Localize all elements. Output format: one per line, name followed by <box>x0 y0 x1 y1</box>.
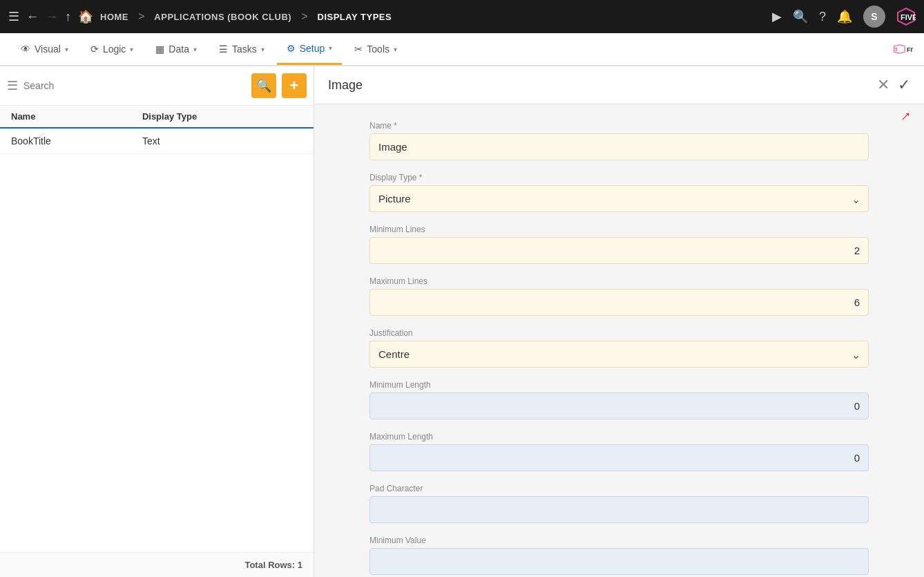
nav-logic[interactable]: ⟳ Logic ▾ <box>81 33 143 65</box>
visual-icon: 👁 <box>21 44 30 55</box>
display-type-select-wrapper: Picture Text Number Date ⌄ <box>369 185 869 212</box>
field-name-label: Name * <box>369 121 869 131</box>
top-right-icons: ▶ 🔍 ? 🔔 S FIVE <box>772 6 916 28</box>
filter-icon[interactable]: ☰ <box>7 78 18 93</box>
display-type-select[interactable]: Picture Text Number Date <box>369 185 869 212</box>
field-name: Name * <box>369 121 869 160</box>
search-bar: ☰ 🔍 + <box>0 66 314 106</box>
setup-icon: ⚙ <box>287 43 296 54</box>
close-button[interactable]: ✕ <box>877 76 889 94</box>
data-arrow: ▾ <box>193 46 197 53</box>
right-panel: Image ✕ ✓ → Name * Display Type * Pictur… <box>314 66 924 577</box>
tasks-arrow: ▾ <box>261 46 264 53</box>
column-type-header: Display Type <box>142 111 302 122</box>
table-row[interactable]: BookTitle Text <box>0 129 314 154</box>
logic-label: Logic <box>103 44 126 55</box>
search-magnifier-icon: 🔍 <box>256 78 271 93</box>
field-minimum-length-label: Minimum Length <box>369 380 869 390</box>
user-avatar[interactable]: S <box>863 6 885 28</box>
field-display-type-label: Display Type * <box>369 173 869 182</box>
maximum-lines-input[interactable] <box>369 289 869 316</box>
field-display-type: Display Type * Picture Text Number Date … <box>369 173 869 212</box>
nav-data[interactable]: ▦ Data ▾ <box>146 33 206 65</box>
five-logo: FIVE <box>896 7 916 26</box>
visual-arrow: ▾ <box>65 46 68 53</box>
visual-label: Visual <box>35 44 61 55</box>
second-navigation: 👁 Visual ▾ ⟳ Logic ▾ ▦ Data ▾ ☰ Tasks ▾ … <box>0 33 924 66</box>
field-minimum-value: Minimum Value <box>369 536 869 575</box>
minimum-value-input[interactable] <box>369 548 869 575</box>
five-brand-logo: FIVE 5 <box>894 39 913 59</box>
justification-select[interactable]: Centre Left Right <box>369 341 869 368</box>
breadcrumb-app[interactable]: APPLICATIONS (BOOK CLUB) <box>154 12 291 22</box>
bell-icon[interactable]: 🔔 <box>837 9 852 24</box>
form-actions: ✕ ✓ <box>877 76 910 94</box>
field-maximum-length: Maximum Length <box>369 432 869 471</box>
help-icon[interactable]: ? <box>819 10 826 24</box>
name-input[interactable] <box>369 133 869 160</box>
form-header: Image ✕ ✓ <box>314 66 924 104</box>
breadcrumb-home[interactable]: HOME <box>100 12 128 22</box>
nav-tasks[interactable]: ☰ Tasks ▾ <box>209 33 274 65</box>
field-maximum-length-label: Maximum Length <box>369 432 869 442</box>
form-title: Image <box>328 78 363 93</box>
field-minimum-length: Minimum Length <box>369 380 869 419</box>
minimum-length-input[interactable] <box>369 392 869 419</box>
tasks-label: Tasks <box>232 44 257 55</box>
field-justification: Justification Centre Left Right ⌄ <box>369 328 869 368</box>
setup-label: Setup <box>300 43 325 54</box>
home-icon[interactable]: 🏠 <box>78 9 93 24</box>
left-panel: ☰ 🔍 + Name Display Type BookTitle Text T… <box>0 66 314 577</box>
field-pad-character-label: Pad Character <box>369 484 869 493</box>
nav-visual[interactable]: 👁 Visual ▾ <box>11 33 78 65</box>
total-rows-value: 1 <box>298 560 302 570</box>
add-button[interactable]: + <box>282 73 307 98</box>
tools-label: Tools <box>367 44 389 55</box>
table-header: Name Display Type <box>0 106 314 129</box>
menu-icon[interactable]: ☰ <box>8 9 19 24</box>
pad-character-input[interactable] <box>369 496 869 523</box>
breadcrumb-sep2: > <box>301 10 307 23</box>
breadcrumb-section[interactable]: DISPLAY TYPES <box>318 12 392 22</box>
breadcrumb-sep1: > <box>138 10 144 23</box>
form-body: Name * Display Type * Picture Text Numbe… <box>314 104 924 577</box>
main-content: ☰ 🔍 + Name Display Type BookTitle Text T… <box>0 66 924 577</box>
field-maximum-lines: Maximum Lines <box>369 276 869 316</box>
setup-arrow: ▾ <box>329 44 332 52</box>
row-type-cell: Text <box>142 135 302 146</box>
save-button[interactable]: ✓ <box>898 76 910 94</box>
search-button[interactable]: 🔍 <box>251 73 276 98</box>
nav-tools[interactable]: ✂ Tools ▾ <box>345 33 407 65</box>
play-icon[interactable]: ▶ <box>772 9 782 24</box>
field-maximum-lines-label: Maximum Lines <box>369 276 869 286</box>
logic-icon: ⟳ <box>90 44 99 55</box>
total-rows: Total Rows: 1 <box>0 552 314 577</box>
field-pad-character: Pad Character <box>369 484 869 523</box>
up-icon[interactable]: ↑ <box>65 10 71 24</box>
top-navigation: ☰ ← → ↑ 🏠 HOME > APPLICATIONS (BOOK CLUB… <box>0 0 924 33</box>
field-minimum-lines-label: Minimum Lines <box>369 225 869 234</box>
minimum-lines-input[interactable] <box>369 237 869 264</box>
svg-text:5: 5 <box>895 47 898 52</box>
field-minimum-value-label: Minimum Value <box>369 536 869 545</box>
search-input[interactable] <box>23 80 246 91</box>
search-icon[interactable]: 🔍 <box>793 9 808 24</box>
forward-icon[interactable]: → <box>46 10 58 24</box>
column-name-header: Name <box>11 111 142 122</box>
tools-arrow: ▾ <box>394 46 397 53</box>
logic-arrow: ▾ <box>130 46 133 53</box>
back-icon[interactable]: ← <box>26 10 39 24</box>
svg-text:FIVE: FIVE <box>901 13 916 21</box>
field-justification-label: Justification <box>369 328 869 338</box>
nav-setup[interactable]: ⚙ Setup ▾ <box>277 33 343 65</box>
data-icon: ▦ <box>155 44 164 55</box>
maximum-length-input[interactable] <box>369 444 869 471</box>
row-name-cell: BookTitle <box>11 135 142 146</box>
svg-text:FIVE: FIVE <box>907 46 913 53</box>
total-rows-label: Total Rows: <box>244 560 295 570</box>
justification-select-wrapper: Centre Left Right ⌄ <box>369 341 869 368</box>
tasks-icon: ☰ <box>219 44 228 55</box>
plus-icon: + <box>290 77 299 95</box>
data-label: Data <box>169 44 189 55</box>
field-minimum-lines: Minimum Lines <box>369 225 869 264</box>
